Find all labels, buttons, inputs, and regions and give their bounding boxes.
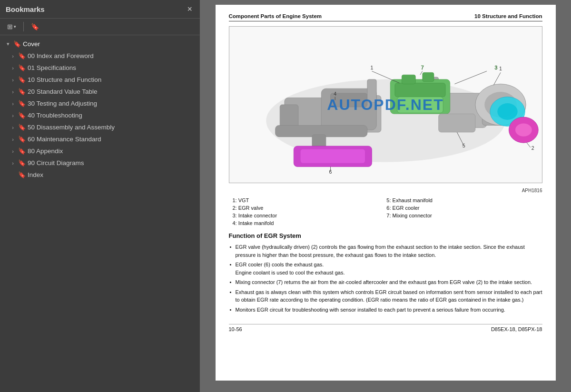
bookmark-icon: 🔖 (18, 171, 25, 178)
document-page: Component Parts of Engine System 10 Stru… (216, 5, 556, 381)
legend-cell: 1: VGT (230, 197, 383, 204)
document-header: Component Parts of Engine System 10 Stru… (229, 13, 542, 21)
chevron-icon: › (10, 89, 16, 95)
legend-table: 1: VGT 5: Exhaust manifold 2: EGR valve … (229, 196, 542, 227)
legend-cell: 6: EGR cooler (384, 205, 541, 211)
legend-row: 1: VGT 5: Exhaust manifold (230, 197, 541, 204)
bookmark-label: 00 Index and Foreword (28, 52, 94, 59)
doc-header-right: 10 Structure and Function (474, 13, 542, 19)
sidebar-header: Bookmarks × (0, 0, 200, 19)
bookmark-icon: 🔖 (18, 100, 25, 107)
legend-row: 3: Intake connector 7: Mixing connector (230, 212, 541, 219)
legend-cell: 3: Intake connector (230, 212, 383, 219)
svg-rect-18 (394, 83, 445, 97)
svg-rect-21 (422, 72, 433, 81)
bookmarks-sidebar: Bookmarks × ⊞ ▾ 🔖 ▾ 🔖 Cover › 🔖 00 Index… (0, 0, 200, 392)
list-item: EGR cooler (6) cools the exhaust gas.Eng… (229, 260, 542, 277)
chevron-icon: › (10, 101, 16, 107)
bookmark-icon: 🔖 (18, 159, 25, 167)
bookmark-item-cover[interactable]: ▾ 🔖 Cover (0, 38, 200, 50)
close-button[interactable]: × (185, 4, 194, 14)
bookmark-label: 10 Structure and Function (28, 76, 101, 83)
legend-row: 2: EGR valve 6: EGR cooler (230, 205, 541, 211)
toolbar-divider (23, 22, 24, 31)
svg-text:7: 7 (421, 65, 423, 70)
bookmark-icon: 🔖 (18, 112, 25, 119)
bookmark-item-40[interactable]: › 🔖 40 Troubleshooting (0, 109, 200, 121)
svg-rect-19 (397, 97, 443, 113)
legend-cell: 4: Intake manifold (230, 220, 383, 226)
svg-point-27 (497, 103, 518, 120)
bookmark-item-80[interactable]: › 🔖 80 Appendix (0, 145, 200, 157)
bookmark-item-50[interactable]: › 🔖 50 Disassembly and Assembly (0, 121, 200, 133)
bookmark-label: Index (28, 171, 43, 178)
bookmark-icon: 🔖 (18, 124, 25, 131)
bookmark-label: 60 Maintenance Standard (28, 136, 101, 143)
bookmark-label: 90 Circuit Diagrams (28, 159, 84, 167)
dropdown-arrow-icon: ▾ (14, 24, 16, 29)
grid-view-button[interactable]: ⊞ ▾ (5, 21, 19, 32)
image-caption: APH1816 (229, 188, 542, 193)
bookmark-item-01[interactable]: › 🔖 01 Specifications (0, 62, 200, 74)
list-item: Exhaust gas is always clean with this sy… (229, 287, 542, 305)
svg-text:4: 4 (334, 91, 336, 97)
svg-rect-3 (280, 105, 298, 127)
list-item: EGR valve (hydraulically driven) (2) con… (229, 242, 542, 260)
chevron-icon: › (10, 65, 16, 71)
main-content-area: Component Parts of Engine System 10 Stru… (200, 0, 571, 392)
bookmark-item-30[interactable]: › 🔖 30 Testing and Adjusting (0, 98, 200, 109)
sidebar-title: Bookmarks (6, 5, 45, 13)
svg-text:1: 1 (370, 65, 373, 70)
bookmarks-list: ▾ 🔖 Cover › 🔖 00 Index and Foreword › 🔖 … (0, 35, 200, 392)
bookmark-item-index[interactable]: › 🔖 Index (0, 169, 200, 181)
chevron-icon: › (10, 125, 16, 130)
legend-cell: 2: EGR valve (230, 205, 383, 211)
bookmark-label: Cover (23, 40, 40, 48)
document-footer: 10-56 D85EX-18, D85PX-18 (229, 324, 542, 332)
svg-text:2: 2 (531, 145, 534, 151)
page-number: 10-56 (229, 326, 242, 332)
bookmark-item-90[interactable]: › 🔖 90 Circuit Diagrams (0, 157, 200, 169)
list-item: Monitors EGR circuit for troubleshooting… (229, 305, 542, 315)
legend-row: 4: Intake manifold (230, 220, 541, 226)
bookmark-icon: 🔖 (13, 40, 20, 48)
svg-rect-11 (367, 79, 376, 102)
chevron-icon: › (10, 77, 16, 83)
section-title: Function of EGR System (229, 232, 542, 239)
chevron-icon: › (10, 160, 16, 166)
svg-rect-29 (300, 149, 364, 163)
bookmark-label: 40 Troubleshooting (28, 112, 82, 119)
chevron-icon: › (10, 113, 16, 118)
bookmark-item-20[interactable]: › 🔖 20 Standard Value Table (0, 86, 200, 98)
chevron-icon: › (10, 137, 16, 142)
legend-cell (384, 220, 541, 226)
bookmark-label: 30 Testing and Adjusting (28, 100, 97, 107)
bookmark-icon-button[interactable]: 🔖 (29, 21, 41, 32)
sidebar-toolbar: ⊞ ▾ 🔖 (0, 19, 200, 35)
list-item: Mixing connector (7) returns the air fro… (229, 277, 542, 287)
egr-function-list: EGR valve (hydraulically driven) (2) con… (229, 242, 542, 314)
legend-cell: 5: Exhaust manifold (384, 197, 541, 204)
bookmark-icon: 🔖 (18, 147, 25, 155)
bookmark-label: 80 Appendix (28, 147, 63, 155)
svg-rect-40 (438, 114, 475, 132)
bookmark-item-10[interactable]: › 🔖 10 Structure and Function (0, 74, 200, 86)
doc-header-left: Component Parts of Engine System (229, 13, 322, 19)
grid-icon: ⊞ (7, 23, 13, 30)
bookmark-icon: 🔖 (18, 88, 25, 95)
chevron-icon: › (10, 53, 16, 59)
document-id: D85EX-18, D85PX-18 (491, 326, 542, 332)
bookmark-label: 20 Standard Value Table (28, 88, 98, 95)
legend-cell: 7: Mixing connector (384, 212, 541, 219)
svg-point-33 (515, 124, 532, 137)
engine-diagram: 1 7 3 (229, 26, 542, 183)
bookmark-item-00[interactable]: › 🔖 00 Index and Foreword (0, 50, 200, 62)
svg-text:1: 1 (499, 66, 502, 71)
bookmark-icon: 🔖 (18, 76, 25, 83)
svg-text:3: 3 (494, 65, 497, 70)
bookmark-icon: 🔖 (18, 52, 25, 59)
bookmark-item-60[interactable]: › 🔖 60 Maintenance Standard (0, 133, 200, 145)
bookmark-icon: 🔖 (18, 136, 25, 143)
svg-rect-20 (402, 75, 415, 84)
engine-svg: 1 7 3 (229, 27, 542, 183)
